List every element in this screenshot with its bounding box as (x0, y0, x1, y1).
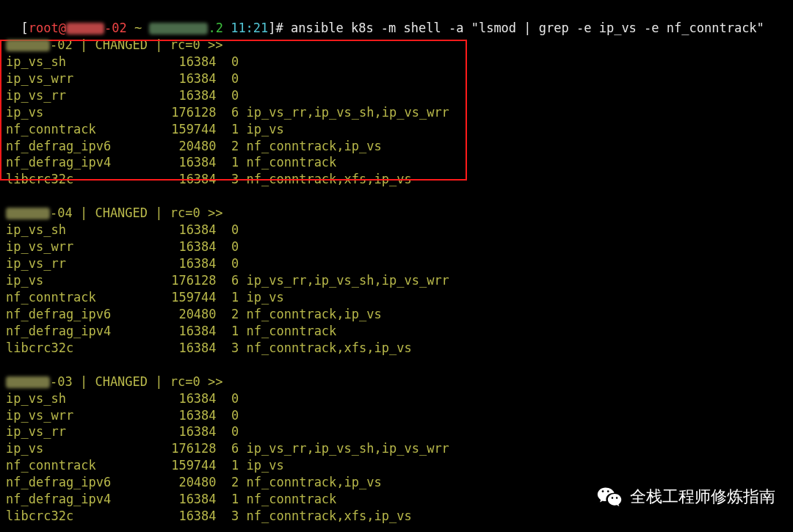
module-row: nf_defrag_ipv6 20480 2 nf_conntrack,ip_v… (6, 306, 787, 323)
prompt-user: root (29, 21, 59, 35)
host-status-line: -02 | CHANGED | rc=0 >> (6, 37, 787, 54)
module-row: nf_conntrack 159744 1 ip_vs (6, 289, 787, 306)
module-row: nf_defrag_ipv6 20480 2 nf_conntrack,ip_v… (6, 474, 787, 491)
host-status-line: -03 | CHANGED | rc=0 >> (6, 374, 787, 390)
module-row: ip_vs_sh 16384 0 (6, 222, 787, 238)
module-row: ip_vs 176128 6 ip_vs_rr,ip_vs_sh,ip_vs_w… (6, 272, 787, 289)
module-row: ip_vs_wrr 16384 0 (6, 70, 787, 87)
module-row: nf_defrag_ipv6 20480 2 nf_conntrack,ip_v… (6, 138, 787, 155)
module-row: nf_conntrack 159744 1 ip_vs (6, 121, 787, 138)
module-row: ip_vs 176128 6 ip_vs_rr,ip_vs_sh,ip_vs_w… (6, 104, 787, 121)
module-row: ip_vs 176128 6 ip_vs_rr,ip_vs_sh,ip_vs_w… (6, 440, 787, 457)
prompt-cwd: ~ (134, 21, 142, 35)
terminal-output[interactable]: -02 | CHANGED | rc=0 >>ip_vs_sh 16384 0i… (6, 37, 787, 525)
shell-command: ansible k8s -m shell -a "lsmod | grep -e… (283, 21, 764, 35)
prompt-close: ]# (268, 21, 283, 35)
module-row: ip_vs_rr 16384 0 (6, 87, 787, 104)
module-row: libcrc32c 16384 3 nf_conntrack,xfs,ip_vs (6, 340, 787, 357)
blank-line (6, 188, 787, 205)
module-row: nf_defrag_ipv4 16384 1 nf_conntrack (6, 154, 787, 171)
host-status-line: -04 | CHANGED | rc=0 >> (6, 205, 787, 222)
shell-prompt[interactable]: [root@-02 ~ .2 11:21]# ansible k8s -m sh… (6, 3, 787, 37)
module-row: ip_vs_wrr 16384 0 (6, 407, 787, 424)
blank-line (6, 357, 787, 374)
module-row: ip_vs_rr 16384 0 (6, 255, 787, 272)
module-row: libcrc32c 16384 3 nf_conntrack,xfs,ip_vs (6, 171, 787, 188)
module-row: libcrc32c 16384 3 nf_conntrack,xfs,ip_vs (6, 508, 787, 525)
module-row: nf_defrag_ipv4 16384 1 nf_conntrack (6, 491, 787, 508)
prompt-at: @ (59, 21, 66, 35)
module-row: ip_vs_wrr 16384 0 (6, 238, 787, 255)
module-row: ip_vs_sh 16384 0 (6, 390, 787, 407)
prompt-ip: .2 (208, 21, 222, 35)
module-row: nf_conntrack 159744 1 ip_vs (6, 457, 787, 474)
module-row: ip_vs_sh 16384 0 (6, 54, 787, 70)
module-row: ip_vs_rr 16384 0 (6, 423, 787, 440)
module-row: nf_defrag_ipv4 16384 1 nf_conntrack (6, 323, 787, 340)
prompt-time: 11:21 (231, 21, 268, 35)
prompt-host: -02 (104, 21, 127, 35)
